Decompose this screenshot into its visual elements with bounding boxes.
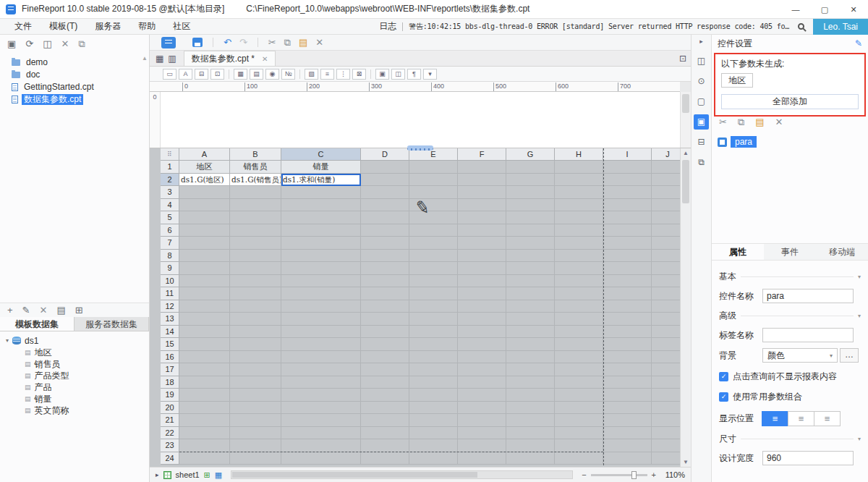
cell-C12[interactable] [281, 300, 361, 313]
cell-E8[interactable] [409, 250, 458, 263]
cell-I15[interactable] [603, 338, 652, 351]
cell-A18[interactable] [179, 376, 230, 389]
cell-H11[interactable] [555, 287, 603, 300]
background-more-button[interactable]: … [840, 348, 859, 363]
cell-H20[interactable] [555, 402, 603, 415]
close-icon[interactable]: ✕ [315, 38, 323, 47]
cell-A15[interactable] [179, 338, 230, 351]
cell-I2[interactable] [603, 174, 652, 187]
template-icon[interactable] [161, 37, 176, 48]
column-header-C[interactable]: C [281, 148, 361, 161]
redo-icon[interactable]: ↷ [239, 38, 247, 47]
dataset-tab-1[interactable]: 服务器数据集 [75, 317, 149, 331]
cell-B14[interactable] [230, 326, 281, 339]
menu-item-2[interactable]: 服务器 [86, 19, 129, 34]
grid-view-icon[interactable]: ▦ [156, 54, 163, 64]
paste-icon[interactable]: ▤ [755, 117, 764, 127]
cell-H18[interactable] [555, 376, 603, 389]
cell-H1[interactable] [555, 161, 603, 174]
cell-A6[interactable] [179, 224, 230, 237]
cell-F6[interactable] [458, 224, 506, 237]
file-tree-item[interactable]: doc [0, 69, 142, 81]
cell-D13[interactable] [361, 313, 409, 326]
dataset-tab-0[interactable]: 模板数据集 [0, 317, 75, 331]
widget-tree-item[interactable]: para [731, 136, 757, 148]
caret-down-icon[interactable]: ▾ [858, 436, 861, 442]
cell-A17[interactable] [179, 363, 230, 376]
cell-I7[interactable] [603, 237, 652, 250]
preview-icon[interactable]: ▤ [56, 305, 65, 315]
cell-J15[interactable] [652, 338, 680, 351]
cell-B6[interactable] [230, 224, 281, 237]
column-header-H[interactable]: H [555, 148, 603, 161]
cell-C9[interactable] [281, 262, 361, 275]
cell-D10[interactable] [361, 275, 409, 288]
cell-E20[interactable] [409, 402, 458, 415]
cell-A4[interactable] [179, 199, 230, 212]
cell-E19[interactable] [409, 389, 458, 402]
radio-icon[interactable]: ◉ [265, 69, 279, 80]
scroll-down-icon[interactable]: ▼ [681, 459, 691, 465]
cell-H5[interactable] [555, 211, 603, 224]
cell-I16[interactable] [603, 351, 652, 364]
cell-B4[interactable] [230, 199, 281, 212]
row-header-3[interactable]: 3 [161, 186, 179, 199]
minimize-icon[interactable]: — [781, 0, 810, 19]
cell-E18[interactable] [409, 376, 458, 389]
cell-B5[interactable] [230, 211, 281, 224]
cell-G11[interactable] [506, 287, 555, 300]
cell-G15[interactable] [506, 338, 555, 351]
zoom-in-icon[interactable]: + [652, 470, 656, 479]
column-header-D[interactable]: D [361, 148, 409, 161]
float-element-icon[interactable]: ⊟ [694, 135, 709, 150]
cell-J5[interactable] [652, 211, 680, 224]
hide-before-query-option[interactable]: ✓ 点击查询前不显示报表内容 [719, 371, 861, 383]
cell-B18[interactable] [230, 376, 281, 389]
cell-F23[interactable] [458, 439, 506, 452]
row-header-23[interactable]: 23 [161, 439, 179, 452]
dataset-field[interactable]: ▤销量 [0, 393, 149, 405]
dataset-field[interactable]: ▤产品 [0, 381, 149, 393]
cell-F22[interactable] [458, 427, 506, 440]
cell-F18[interactable] [458, 376, 506, 389]
tab-close-icon[interactable]: ✕ [262, 55, 268, 63]
cell-J6[interactable] [652, 224, 680, 237]
cell-I14[interactable] [603, 326, 652, 339]
cell-D1[interactable] [361, 161, 409, 174]
row-header-1[interactable]: 1 [161, 161, 179, 174]
cell-H17[interactable] [555, 363, 603, 376]
condition-attribute-icon[interactable]: ▢ [694, 94, 709, 109]
row-header-6[interactable]: 6 [161, 224, 179, 237]
hyperlink-icon[interactable]: ⧉ [694, 155, 709, 170]
refresh-icon[interactable]: ⟳ [25, 39, 33, 48]
cell-B22[interactable] [230, 427, 281, 440]
section-advanced[interactable]: 高级 ▾ [719, 310, 861, 322]
edit-icon[interactable]: ✎ [855, 38, 862, 48]
cell-D12[interactable] [361, 300, 409, 313]
cell-C14[interactable] [281, 326, 361, 339]
label-icon[interactable]: A [179, 69, 192, 80]
scroll-up-icon[interactable]: ▲ [142, 55, 148, 62]
row-header-5[interactable]: 5 [161, 211, 179, 224]
cell-H8[interactable] [555, 250, 603, 263]
cell-E9[interactable] [409, 262, 458, 275]
cell-C24[interactable] [281, 452, 361, 465]
cell-B17[interactable] [230, 363, 281, 376]
checkbox-checked-icon[interactable]: ✓ [719, 372, 728, 381]
cell-E22[interactable] [409, 427, 458, 440]
add-all-button[interactable]: 全部添加 [721, 94, 859, 109]
cell-F16[interactable] [458, 351, 506, 364]
align-right-button[interactable]: ≡ [814, 411, 841, 426]
sheet-list-icon[interactable]: ▸ [156, 471, 159, 478]
maximize-icon[interactable]: ▢ [810, 0, 839, 19]
cell-G5[interactable] [506, 211, 555, 224]
cell-H22[interactable] [555, 427, 603, 440]
cell-J21[interactable] [652, 414, 680, 427]
cell-F15[interactable] [458, 338, 506, 351]
cell-J24[interactable] [652, 452, 680, 465]
design-width-input[interactable] [762, 451, 854, 465]
cell-I17[interactable] [603, 363, 652, 376]
cell-J12[interactable] [652, 300, 680, 313]
cell-F17[interactable] [458, 363, 506, 376]
cell-A10[interactable] [179, 275, 230, 288]
